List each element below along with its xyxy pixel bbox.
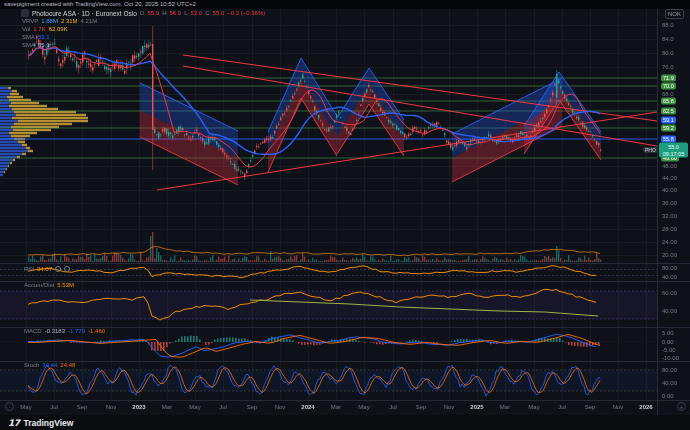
price-axis-label: 28.00 — [662, 226, 677, 232]
ohlc-value: 53.0 — [191, 10, 203, 16]
pane-legend-macd[interactable]: MACD-0.3183-1.779-1.460 — [24, 328, 105, 334]
pane-axis-label: -10.00 — [662, 355, 679, 361]
time-axis-label[interactable]: Mar — [500, 404, 510, 410]
indicator-value: 1.88M — [41, 18, 58, 24]
price-axis-label: 68.0 — [662, 91, 674, 97]
screenshot-caption: savepigiment created with TradingView.co… — [0, 0, 690, 9]
price-level-badge[interactable]: 59.1 — [661, 117, 676, 124]
tradingview-logo-text[interactable]: TradingView — [24, 418, 74, 428]
footer-bar: 17 TradingView — [0, 415, 690, 430]
symbol-title[interactable]: Photocure ASA · 1D · Euronext Oslo — [32, 10, 137, 17]
pane-legend-rsi[interactable]: RSI34.07 — [24, 266, 70, 272]
time-axis-label[interactable]: Sep — [416, 404, 427, 410]
pane-axis-label: 40.00 — [662, 380, 677, 386]
price-level-badge[interactable]: 65.8 — [661, 98, 676, 105]
pane-axis-label: 0.00 — [662, 393, 674, 399]
price-axis-label: 24.00 — [662, 239, 677, 245]
currency-axis-label[interactable]: NOK — [665, 9, 684, 19]
pane-axis-label: -5.00 — [662, 347, 676, 353]
time-axis-label[interactable]: Sep — [585, 404, 596, 410]
indicator-value: 34.44 — [42, 362, 57, 368]
indicator-name[interactable]: Accum/Dist — [24, 282, 54, 288]
indicator-value: 59.1 — [38, 34, 50, 40]
indicator-name[interactable]: RSI — [24, 266, 34, 272]
price-axis-label: 20.00 — [662, 252, 677, 258]
ohlc-key: L — [184, 10, 187, 16]
last-price-badge: 55.0 09:17:05 — [659, 143, 688, 158]
legend-row-vol[interactable]: Vol1.7K62.09K — [22, 26, 68, 32]
time-axis-label[interactable]: Jul — [50, 404, 58, 410]
time-axis-label[interactable]: Nov — [613, 404, 624, 410]
time-axis-label[interactable]: Mar — [162, 404, 172, 410]
indicator-value: -0.3183 — [45, 328, 65, 334]
price-level-badge[interactable]: 55.8 — [661, 136, 676, 143]
price-axis-label: 32.00 — [662, 213, 677, 219]
price-level-badge[interactable]: 62.5 — [661, 108, 676, 115]
time-axis-label[interactable]: 2024 — [301, 404, 314, 410]
time-axis-label[interactable]: Nov — [106, 404, 117, 410]
indicator-name[interactable]: MACD — [24, 328, 42, 334]
legend-row-vrvp[interactable]: VRVP1.88M2.31M4.21M — [22, 18, 97, 24]
indicator-name[interactable]: Stoch — [24, 362, 39, 368]
ohlc-value: 56.9 — [169, 10, 181, 16]
price-axis-label: 88.0 — [662, 22, 674, 28]
eye-icon[interactable] — [55, 266, 61, 272]
time-axis-label[interactable]: Sep — [247, 404, 258, 410]
indicator-value: 55.9 — [38, 42, 50, 48]
price-level-badge[interactable]: 59.2 — [661, 125, 676, 132]
tradingview-window: savepigiment created with TradingView.co… — [0, 0, 690, 430]
tradingview-logo-icon[interactable]: 17 — [8, 418, 20, 428]
indicator-value: -1.460 — [88, 328, 105, 334]
price-axis-label: 84.0 — [662, 36, 674, 42]
ohlc-key: O — [140, 10, 145, 16]
indicator-value: -1.779 — [68, 328, 85, 334]
price-axis-label: 40.00 — [662, 187, 677, 193]
time-axis-label[interactable]: May — [189, 404, 200, 410]
indicator-value: 2.31M — [61, 18, 78, 24]
time-axis-label[interactable]: Jul — [558, 404, 566, 410]
indicator-name[interactable]: SMA — [22, 34, 35, 40]
time-axis-label[interactable]: May — [358, 404, 369, 410]
price-axis-label: 80.0 — [662, 50, 674, 56]
time-axis-label[interactable]: 2026 — [639, 404, 652, 410]
legend-row-sma[interactable]: SMA55.9 — [22, 42, 50, 48]
indicator-value: 1.7K — [33, 26, 45, 32]
pane-axis-label: 80.00 — [662, 367, 677, 373]
settings-icon[interactable] — [64, 266, 70, 272]
ohlc-value: 55.9 — [147, 10, 159, 16]
pane-legend-accumdist[interactable]: Accum/Dist5.53M — [24, 282, 74, 288]
time-axis-label[interactable]: Mar — [331, 404, 341, 410]
indicator-name[interactable]: SMA — [22, 42, 35, 48]
pane-axis-label: 40.00 — [662, 274, 677, 280]
time-axis-label[interactable]: Sep — [77, 404, 88, 410]
price-level-badge[interactable]: 70.0 — [661, 83, 676, 90]
time-axis-label[interactable]: Nov — [444, 404, 455, 410]
pane-axis-label: 0.00 — [662, 339, 674, 345]
chart-canvas[interactable] — [0, 0, 690, 430]
bar-countdown: 09:17:05 — [659, 150, 688, 157]
legend-row-sma[interactable]: SMA59.1 — [22, 34, 50, 40]
indicator-value: 24.48 — [60, 362, 75, 368]
price-level-badge[interactable]: 71.9 — [661, 75, 676, 82]
time-axis-label[interactable]: Jul — [219, 404, 227, 410]
time-axis-label[interactable]: 2025 — [470, 404, 483, 410]
pane-axis-label: 80.00 — [662, 265, 677, 271]
pane-legend-stoch[interactable]: Stoch34.4424.48 — [24, 362, 75, 368]
time-axis-label[interactable]: May — [20, 404, 31, 410]
pane-axis-label: 60.00 — [662, 290, 677, 296]
time-axis-label[interactable]: 2023 — [132, 404, 145, 410]
time-axis-label[interactable]: May — [528, 404, 539, 410]
price-axis-label: 76.0 — [662, 64, 674, 70]
ohlc-key: C — [205, 10, 209, 16]
symbol-legend[interactable]: Photocure ASA · 1D · Euronext Oslo O55.9… — [21, 9, 265, 17]
indicator-name[interactable]: Vol — [22, 26, 30, 32]
go-to-realtime-icon[interactable]: » — [677, 402, 686, 411]
price-axis-label: 44.00 — [662, 175, 677, 181]
symbol-price-tag: PHO — [643, 147, 658, 153]
time-axis-label[interactable]: Jul — [389, 404, 397, 410]
indicator-name[interactable]: VRVP — [22, 18, 38, 24]
clock-icon[interactable]: · — [5, 402, 14, 411]
symbol-logo-icon — [21, 9, 29, 17]
ohlc-key: H — [162, 10, 166, 16]
time-axis-label[interactable]: Nov — [275, 404, 286, 410]
